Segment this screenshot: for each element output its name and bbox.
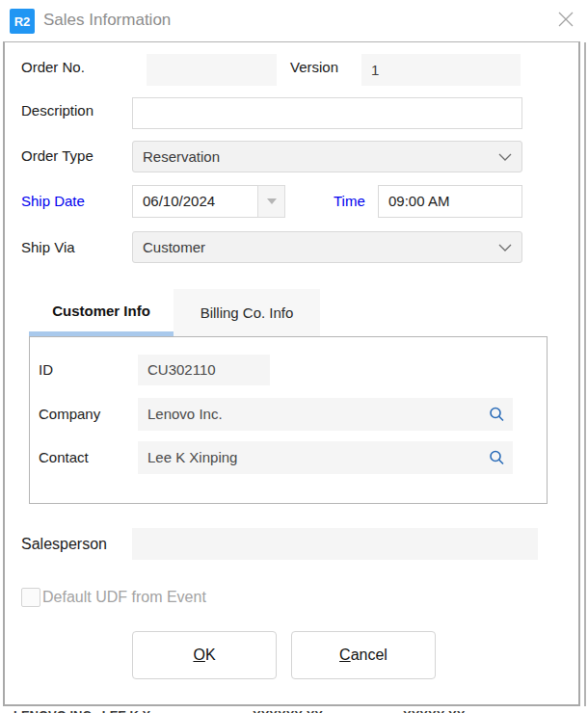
contact-field: Lee K Xinping <box>138 441 513 474</box>
background-window-edge <box>584 42 586 706</box>
time-field[interactable]: 09:00 AM <box>378 185 522 218</box>
ship-date-field[interactable]: 06/10/2024 <box>132 185 258 218</box>
tab-billing-co-info[interactable]: Billing Co. Info <box>174 289 320 336</box>
triangle-down-icon <box>267 198 277 204</box>
contact-label: Contact <box>39 449 89 465</box>
salesperson-label: Salesperson <box>21 536 107 553</box>
description-label: Description <box>21 102 94 119</box>
ship-via-value: Customer <box>143 239 498 255</box>
sales-information-dialog: R2 Sales Information Order No. Version 1… <box>0 0 588 713</box>
order-type-label: Order Type <box>21 147 94 164</box>
ship-via-label: Ship Via <box>21 239 75 255</box>
order-type-value: Reservation <box>143 148 498 165</box>
background-window-text: XXXXX.XX <box>403 708 465 713</box>
company-value: Lenovo Inc. <box>147 406 223 422</box>
ok-button[interactable]: OK <box>132 631 277 679</box>
version-label: Version <box>290 59 338 75</box>
company-field: Lenovo Inc. <box>138 398 513 431</box>
description-field[interactable] <box>132 97 522 129</box>
customer-id-field: CU302110 <box>138 355 270 385</box>
close-button[interactable] <box>549 5 582 38</box>
ok-button-rest: K <box>205 647 216 664</box>
cancel-button[interactable]: Cancel <box>291 631 436 679</box>
contact-value: Lee K Xinping <box>147 449 237 465</box>
company-search-icon[interactable] <box>489 407 505 423</box>
title-bar: R2 Sales Information <box>0 0 588 42</box>
order-no-field <box>147 54 277 86</box>
chevron-down-icon <box>498 153 512 161</box>
cancel-button-rest: ancel <box>351 647 388 664</box>
tab-customer-info[interactable]: Customer Info <box>29 289 174 336</box>
salesperson-field <box>132 528 538 560</box>
order-no-label: Order No. <box>21 59 85 75</box>
ship-via-dropdown[interactable]: Customer <box>132 231 522 263</box>
background-window-text: XXXXXX.XX <box>253 708 323 713</box>
order-type-dropdown[interactable]: Reservation <box>132 141 522 172</box>
close-icon <box>556 10 575 33</box>
chevron-down-icon <box>498 244 512 251</box>
version-field: 1 <box>361 54 521 86</box>
contact-search-icon[interactable] <box>489 450 505 466</box>
ship-date-label: Ship Date <box>21 193 85 209</box>
cancel-button-mnemonic: C <box>339 647 351 664</box>
ship-date-calendar-button[interactable] <box>257 185 285 218</box>
default-udf-checkbox <box>21 588 40 607</box>
company-label: Company <box>39 406 100 422</box>
default-udf-label: Default UDF from Event <box>42 589 206 606</box>
customer-id-label: ID <box>39 361 53 378</box>
window-title: Sales Information <box>43 11 171 30</box>
app-r2-icon: R2 <box>10 9 35 34</box>
time-label: Time <box>334 193 365 209</box>
background-window-clipped-row: LENOVO INC., LEE K X XXXXXX.XX XXXXX.XX <box>0 707 588 713</box>
ok-button-mnemonic: O <box>193 647 204 664</box>
background-window-text: LENOVO INC., LEE K X <box>13 708 150 713</box>
